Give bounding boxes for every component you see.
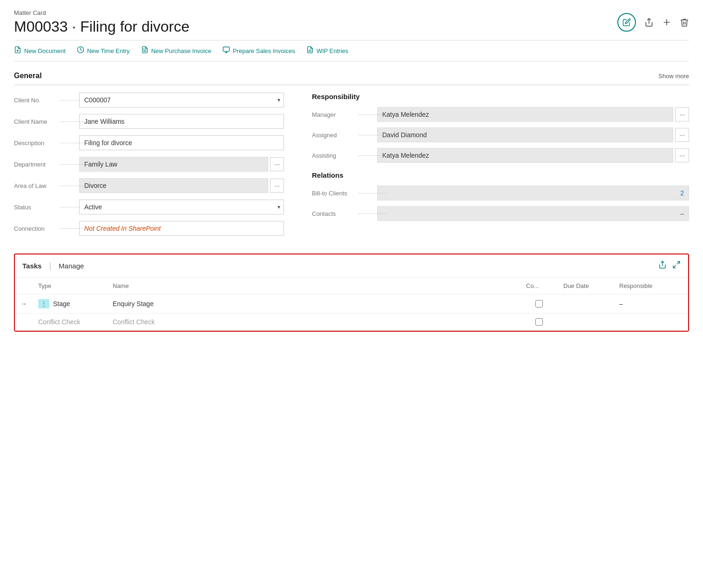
- row-name-cell: Enquiry Stage: [107, 294, 520, 314]
- client-no-select[interactable]: C000007: [79, 93, 284, 107]
- row-due-cell-2: [558, 314, 614, 331]
- form-left: Client No. C000007 ▾ Client Name: [14, 93, 284, 242]
- col-responsible-header: Responsible: [614, 278, 688, 294]
- assigned-control: David Diamond ···: [377, 127, 689, 142]
- assigned-value: David Diamond: [377, 127, 673, 142]
- new-purchase-invoice-button[interactable]: New Purchase Invoice: [141, 44, 219, 57]
- row-type-value: Stage: [53, 300, 70, 307]
- new-document-button[interactable]: New Document: [14, 44, 73, 57]
- tasks-tabs: Tasks | Manage: [22, 260, 91, 272]
- tab-tasks[interactable]: Tasks: [22, 260, 49, 272]
- row-co-checkbox-2[interactable]: [535, 318, 543, 326]
- area-of-law-dots-button[interactable]: ···: [270, 179, 284, 193]
- matter-title: M00033 · Filing for divorce: [14, 18, 189, 35]
- row-co-checkbox[interactable]: [535, 300, 543, 307]
- connection-value: Not Created In SharePoint: [79, 221, 284, 236]
- relations-title: Relations: [312, 171, 689, 179]
- wip-entries-button[interactable]: WIP Entries: [306, 44, 356, 57]
- description-row: Description: [14, 135, 284, 150]
- general-section-header: General Show more: [14, 66, 689, 85]
- new-time-entry-icon: [77, 46, 84, 55]
- department-label: Department: [14, 161, 79, 168]
- row-name-value-2: Conflict Check: [113, 318, 155, 326]
- tasks-expand-button[interactable]: [672, 261, 681, 271]
- delete-button[interactable]: [680, 18, 689, 27]
- add-button[interactable]: [662, 18, 671, 27]
- bill-to-clients-label: Bill-to Clients: [312, 190, 377, 197]
- prepare-sales-invoices-label: Prepare Sales Invoices: [233, 47, 295, 54]
- row-responsible-cell: –: [614, 294, 688, 314]
- assisting-row: Assisting Katya Melendez ···: [312, 148, 689, 163]
- description-label: Description: [14, 140, 79, 147]
- description-control: [79, 135, 284, 150]
- svg-rect-8: [223, 47, 229, 51]
- assisting-label: Assisting: [312, 152, 377, 159]
- row-name-value: Enquiry Stage: [113, 300, 154, 307]
- row-type-value-2: Conflict Check: [38, 318, 80, 326]
- svg-line-14: [677, 261, 680, 264]
- bill-to-clients-control: 2: [377, 186, 689, 200]
- contacts-value: –: [377, 206, 689, 221]
- new-document-icon: [14, 46, 21, 55]
- col-arrow-header: [15, 278, 33, 294]
- svg-line-15: [673, 266, 676, 268]
- manager-row: Manager Katya Melendez ···: [312, 107, 689, 122]
- tasks-actions: [658, 261, 681, 271]
- tasks-export-button[interactable]: [658, 261, 667, 271]
- row-arrow-icon: →: [20, 300, 27, 307]
- connection-control: Not Created In SharePoint: [79, 221, 284, 236]
- new-time-entry-button[interactable]: New Time Entry: [77, 44, 137, 57]
- client-name-control: [79, 114, 284, 129]
- status-row: Status Active ▾: [14, 200, 284, 214]
- row-arrow-cell-2: [15, 314, 33, 331]
- new-purchase-invoice-label: New Purchase Invoice: [151, 47, 211, 54]
- manager-control: Katya Melendez ···: [377, 107, 689, 122]
- client-name-input[interactable]: [79, 114, 284, 129]
- share-button[interactable]: [644, 18, 654, 27]
- responsibility-title: Responsibility: [312, 93, 689, 100]
- assigned-row: Assigned David Diamond ···: [312, 127, 689, 142]
- department-value: Family Law: [79, 157, 268, 172]
- col-name-header: Name: [107, 278, 520, 294]
- tasks-header: Tasks | Manage: [15, 254, 688, 278]
- edit-button[interactable]: [617, 13, 636, 32]
- header-actions: [617, 13, 689, 32]
- area-of-law-row: Area of Law Divorce ···: [14, 178, 284, 193]
- bill-to-clients-value[interactable]: 2: [377, 186, 689, 200]
- tab-manage[interactable]: Manage: [59, 260, 91, 272]
- wip-entries-icon: [306, 46, 314, 55]
- form-right: Responsibility Manager Katya Melendez ··…: [312, 93, 689, 242]
- prepare-sales-invoices-button[interactable]: Prepare Sales Invoices: [223, 44, 303, 57]
- area-of-law-control: Divorce ···: [79, 178, 284, 193]
- tasks-table-header: Type Name Co... Due Date Responsible: [15, 278, 688, 294]
- matter-card-label: Matter Card: [14, 9, 189, 16]
- client-no-row: Client No. C000007 ▾: [14, 93, 284, 107]
- prepare-sales-invoices-icon: [223, 46, 230, 55]
- row-responsible-cell-2: [614, 314, 688, 331]
- assigned-dots-button[interactable]: ···: [675, 128, 689, 142]
- status-select[interactable]: Active: [79, 200, 284, 214]
- toolbar: New Document New Time Entry: [14, 40, 689, 61]
- row-co-cell-2: [520, 314, 558, 331]
- department-row: Department Family Law ···: [14, 157, 284, 172]
- drag-handle-icon[interactable]: ⋮: [38, 299, 49, 308]
- row-arrow-cell: →: [15, 294, 33, 314]
- manager-label: Manager: [312, 111, 377, 118]
- col-co-header: Co...: [520, 278, 558, 294]
- row-name-cell-2: Conflict Check: [107, 314, 520, 331]
- description-input[interactable]: [79, 135, 284, 150]
- manager-dots-button[interactable]: ···: [675, 107, 689, 121]
- assisting-value: Katya Melendez: [377, 148, 673, 163]
- general-content: Client No. C000007 ▾ Client Name: [14, 93, 689, 242]
- client-no-control: C000007 ▾: [79, 93, 284, 107]
- general-section-title: General: [14, 72, 42, 80]
- col-type-header: Type: [33, 278, 107, 294]
- area-of-law-value: Divorce: [79, 178, 268, 193]
- show-more-link[interactable]: Show more: [658, 73, 689, 80]
- connection-row: Connection Not Created In SharePoint: [14, 221, 284, 236]
- department-dots-button[interactable]: ···: [270, 157, 284, 171]
- area-of-law-label: Area of Law: [14, 182, 79, 189]
- table-row: → ⋮ Stage Enquiry Stage: [15, 294, 688, 314]
- status-label: Status: [14, 204, 79, 211]
- assisting-dots-button[interactable]: ···: [675, 148, 689, 162]
